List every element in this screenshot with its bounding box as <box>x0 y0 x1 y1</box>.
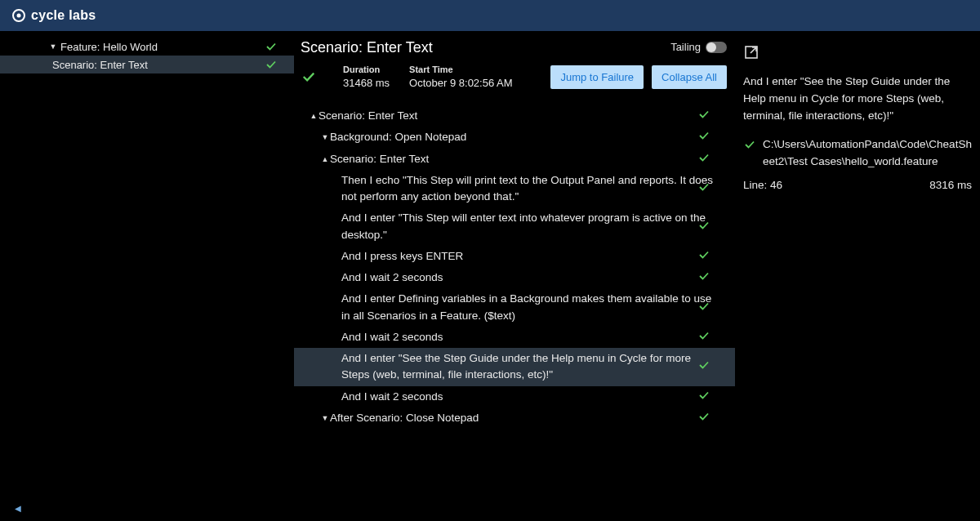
check-icon <box>697 410 710 426</box>
step-text: And I wait 2 seconds <box>341 329 720 345</box>
check-icon <box>265 58 278 71</box>
check-icon <box>697 248 710 265</box>
tree-feature-row[interactable]: ▼ Feature: Hello World <box>0 38 294 56</box>
step-text: Background: Open Notepad <box>330 129 720 145</box>
detail-duration: 8316 ms <box>929 179 972 191</box>
check-icon <box>697 151 710 167</box>
detail-panel: And I enter "See the Step Guide under th… <box>735 31 980 521</box>
step-text: And I enter Defining variables in a Back… <box>341 291 720 324</box>
step-text: Scenario: Enter Text <box>330 151 720 167</box>
step-row[interactable]: And I wait 2 seconds <box>294 327 735 348</box>
step-row[interactable]: And I press keys ENTER <box>294 246 735 267</box>
step-row[interactable]: And I wait 2 seconds <box>294 267 735 288</box>
tailing-control[interactable]: Tailing <box>670 41 727 53</box>
tailing-toggle[interactable] <box>706 42 727 53</box>
step-row[interactable]: ▲Scenario: Enter Text <box>294 149 735 170</box>
open-external-icon[interactable] <box>743 44 972 64</box>
check-icon <box>697 129 710 145</box>
caret-down-icon: ▼ <box>320 133 330 141</box>
scenario-panel: Scenario: Enter Text Tailing Jump to Fai… <box>294 31 735 521</box>
caret-down-icon: ▼ <box>49 42 57 51</box>
step-row[interactable]: Then I echo "This Step will print text t… <box>294 170 735 208</box>
step-text: And I enter "This Step will enter text i… <box>341 210 720 243</box>
caret-up-icon: ▲ <box>309 112 318 120</box>
jump-to-failure-button[interactable]: Jump to Failure <box>550 65 644 89</box>
footer-caret-icon[interactable]: ◀ <box>15 504 21 513</box>
check-icon <box>697 108 710 124</box>
caret-down-icon: ▼ <box>320 414 330 422</box>
caret-up-icon: ▲ <box>320 155 330 163</box>
step-row[interactable]: And I enter "This Step will enter text i… <box>294 207 735 246</box>
step-row[interactable]: ▼After Scenario: Close Notepad <box>294 407 735 429</box>
check-icon <box>697 219 710 235</box>
detail-step-text: And I enter "See the Step Guide under th… <box>743 73 972 125</box>
tree-scenario-label: Scenario: Enter Text <box>49 59 148 71</box>
check-icon <box>697 329 710 345</box>
brand-light: labs <box>69 8 96 22</box>
main-area: ▼ Feature: Hello World Scenario: Enter T… <box>0 31 980 521</box>
brand-bold: cycle <box>31 8 65 22</box>
start-time-label: Start Time <box>409 65 512 74</box>
step-text: And I enter "See the Step Guide under th… <box>341 350 720 384</box>
duration-value: 31468 ms <box>343 77 390 89</box>
brand-logo: cycle labs <box>11 8 96 23</box>
step-text: And I press keys ENTER <box>341 248 720 265</box>
check-icon <box>743 138 756 154</box>
feature-tree: ▼ Feature: Hello World Scenario: Enter T… <box>0 31 294 521</box>
step-text: Scenario: Enter Text <box>318 108 720 124</box>
check-icon <box>301 69 317 85</box>
step-row[interactable]: ▼Background: Open Notepad <box>294 127 735 148</box>
step-row[interactable]: And I wait 2 seconds <box>294 386 735 407</box>
step-row[interactable]: And I enter Defining variables in a Back… <box>294 288 735 327</box>
step-text: Then I echo "This Step will print text t… <box>341 172 720 206</box>
collapse-all-button[interactable]: Collapse All <box>652 65 727 89</box>
check-icon <box>697 358 710 375</box>
step-text: And I wait 2 seconds <box>341 269 720 286</box>
duration-label: Duration <box>343 65 390 74</box>
check-icon <box>697 300 710 316</box>
detail-line: Line: 46 <box>743 179 782 191</box>
step-text: And I wait 2 seconds <box>341 389 720 405</box>
tailing-label: Tailing <box>670 41 701 53</box>
check-icon <box>697 269 710 286</box>
svg-point-1 <box>17 14 21 18</box>
check-icon <box>697 389 710 405</box>
step-text: After Scenario: Close Notepad <box>330 410 720 426</box>
tree-scenario-row[interactable]: Scenario: Enter Text <box>0 56 294 73</box>
check-icon <box>697 180 710 197</box>
step-row[interactable]: And I enter "See the Step Guide under th… <box>294 348 735 386</box>
top-bar: cycle labs <box>0 0 980 31</box>
tree-feature-label: Feature: Hello World <box>60 41 158 53</box>
start-time-value: October 9 8:02:56 AM <box>409 77 512 89</box>
detail-file-path: C:\Users\AutomationPanda\Code\CheatSheet… <box>763 136 972 171</box>
step-row[interactable]: ▲Scenario: Enter Text <box>294 105 735 127</box>
scenario-title: Scenario: Enter Text <box>294 39 735 56</box>
cycle-logo-icon <box>11 8 26 23</box>
check-icon <box>265 40 278 53</box>
step-list: ▲Scenario: Enter Text▼Background: Open N… <box>294 105 735 429</box>
